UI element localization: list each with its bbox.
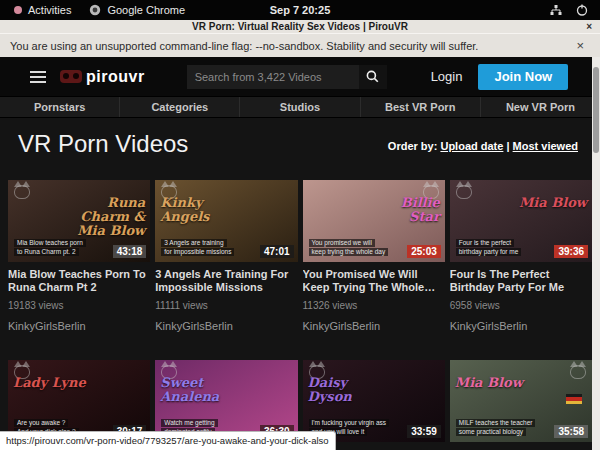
login-link[interactable]: Login [431,69,463,84]
studio-link[interactable]: KinkyGirlsBerlin [450,320,592,332]
duration-badge: 43:18 [113,245,147,258]
page-scrollbar[interactable] [592,57,600,450]
thumb-overlay-title: Daisy Dyson [308,376,382,404]
page-title: VR Porn Videos [18,130,188,158]
order-by-label: Order by: [388,140,438,152]
join-now-button[interactable]: Join Now [478,64,568,90]
nav-item-categories[interactable]: Categories [120,97,240,117]
thumb-overlay-title: Mia Blow [455,376,529,390]
thumb-overlay-title: Billie Star [366,196,440,224]
duration-badge: 33:59 [407,425,441,438]
video-thumbnail[interactable]: Mia Blow MILF teaches the teachersome pr… [450,360,592,442]
video-card[interactable]: Mia Blow MILF teaches the teachersome pr… [450,360,592,450]
view-count: 11111 views [155,300,297,311]
cat-mask-icon [456,185,472,199]
infobar-message: You are using an unsupported command-lin… [10,40,478,52]
thumb-caption: MILF teaches the teachersome practical b… [456,419,536,436]
cat-mask-icon [14,185,30,199]
unsupported-flag-infobar: You are using an unsupported command-lin… [0,33,600,57]
scrollbar-thumb[interactable] [593,67,599,153]
main-nav: Pornstars Categories Studios Best VR Por… [0,96,600,118]
nav-item-studios[interactable]: Studios [240,97,360,117]
video-title[interactable]: Four Is The Perfect Birthday Party For M… [450,268,592,294]
video-grid: Runa Charm & Mia Blow Mia Blow teaches p… [8,180,592,450]
power-icon[interactable] [576,4,588,16]
page-head: VR Porn Videos Order by: Upload date | M… [0,118,592,176]
cat-mask-icon [570,365,586,379]
site-header: pirouvr Login Join Now [0,57,600,96]
thumb-caption: You promised we willkeep trying the whol… [309,239,389,256]
duration-badge: 35:58 [554,425,588,438]
system-top-bar: Activities Google Chrome Sep 7 20:25 [0,0,600,20]
thumb-caption: Mia Blow teaches pornto Runa Charm pt. 2 [14,239,86,256]
germany-flag-icon [566,394,582,404]
view-count: 6958 views [450,300,592,311]
view-count: 11326 views [303,300,445,311]
tab-close-icon[interactable]: × [586,21,592,32]
view-count: 19183 views [8,300,150,311]
video-card[interactable]: Runa Charm & Mia Blow Mia Blow teaches p… [8,180,150,330]
studio-link[interactable]: KinkyGirlsBerlin [155,320,297,332]
video-thumbnail[interactable]: Lady Lyne Are you awake ?And your dick a… [8,360,150,442]
video-thumbnail[interactable]: Runa Charm & Mia Blow Mia Blow teaches p… [8,180,150,262]
thumb-overlay-title: Runa Charm & Mia Blow [71,196,145,238]
video-thumbnail[interactable]: Sweet Analena Watch me gettingdominated … [155,360,297,442]
network-icon[interactable] [550,5,562,16]
clock[interactable]: Sep 7 20:25 [0,4,600,16]
infobar-close-icon[interactable]: × [576,38,584,53]
site-logo-text: pirouvr [86,68,145,86]
video-thumbnail[interactable]: Daisy Dyson I'm fucking your virgin assa… [303,360,445,442]
thumb-caption: Four is the perfectbirthday party for me [456,239,522,256]
video-card[interactable]: Kinky Angels 3 Angels are trainingfor im… [155,180,297,330]
studio-link[interactable]: KinkyGirlsBerlin [8,320,150,332]
video-card[interactable]: Billie Star You promised we willkeep try… [303,180,445,330]
video-title[interactable]: You Promised We Will Keep Trying The Who… [303,268,445,294]
nav-item-new-vr[interactable]: New VR Porn [481,97,600,117]
thumb-overlay-title: Kinky Angels [160,196,234,224]
nav-item-best-vr[interactable]: Best VR Porn [361,97,481,117]
video-thumbnail[interactable]: Billie Star You promised we willkeep try… [303,180,445,262]
video-title[interactable]: 3 Angels Are Training For Impossible Mis… [155,268,297,294]
video-title[interactable]: Mia Blow Teaches Porn To Runa Charm Pt 2 [8,268,150,294]
browser-tab-strip: VR Porn: Virtual Reality Sex Videos | Pi… [0,20,600,33]
hamburger-menu-icon[interactable] [30,68,46,86]
studio-link[interactable]: KinkyGirlsBerlin [303,320,445,332]
nav-item-pornstars[interactable]: Pornstars [0,97,120,117]
vr-goggles-icon [60,70,82,83]
thumb-overlay-title: Lady Lyne [13,376,87,390]
site-logo[interactable]: pirouvr [60,68,145,86]
thumb-caption: 3 Angels are trainingfor impossible miss… [161,239,234,256]
duration-badge: 39:36 [554,245,588,258]
search-input[interactable] [187,65,359,89]
order-by-upload-date-link[interactable]: Upload date [440,140,503,152]
order-by-most-viewed-link[interactable]: Most viewed [513,140,578,152]
video-card[interactable]: Mia Blow Four is the perfectbirthday par… [450,180,592,330]
search-button[interactable] [359,65,387,89]
thumb-overlay-title: Sweet Analena [160,376,234,404]
tab-title[interactable]: VR Porn: Virtual Reality Sex Videos | Pi… [192,21,408,32]
duration-badge: 47:01 [260,245,294,258]
order-by-bar: Order by: Upload date | Most viewed [388,140,578,152]
video-thumbnail[interactable]: Mia Blow Four is the perfectbirthday par… [450,180,592,262]
thumb-overlay-title: Mia Blow [513,196,587,210]
duration-badge: 25:03 [407,245,441,258]
link-preview-statusbar: https://pirouvr.com/vr-porn-video/779325… [0,431,336,450]
video-thumbnail[interactable]: Kinky Angels 3 Angels are trainingfor im… [155,180,297,262]
search-icon [366,70,379,83]
